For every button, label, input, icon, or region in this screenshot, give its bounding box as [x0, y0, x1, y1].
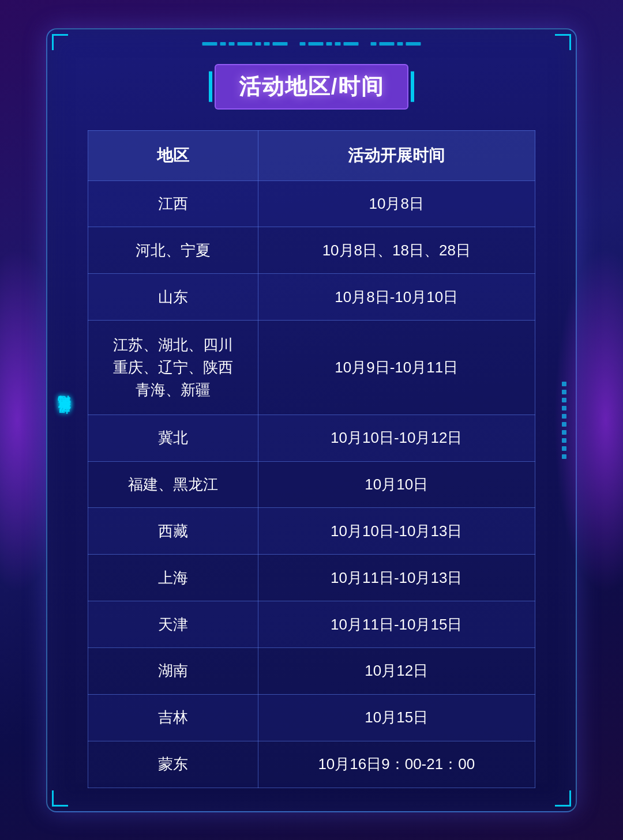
cell-region: 吉林: [88, 694, 258, 741]
title-box: 活动地区/时间: [215, 64, 409, 110]
cell-region: 冀北: [88, 415, 258, 461]
cell-region: 福建、黑龙江: [88, 461, 258, 508]
cell-region: 西藏: [88, 508, 258, 555]
table-row: 福建、黑龙江10月10日: [88, 461, 535, 508]
cell-time: 10月8日: [258, 180, 535, 227]
cell-region: 天津: [88, 601, 258, 648]
corner-decoration-tl: [52, 34, 68, 50]
table-row: 上海10月11日-10月13日: [88, 555, 535, 601]
cell-region: 河北、宁夏: [88, 227, 258, 274]
table-row: 湖南10月12日: [88, 647, 535, 694]
cell-region: 山东: [88, 274, 258, 321]
cell-time: 10月8日、18日、28日: [258, 227, 535, 274]
cell-time: 10月8日-10月10日: [258, 274, 535, 321]
corner-decoration-bl: [52, 790, 68, 807]
cell-time: 10月11日-10月15日: [258, 601, 535, 648]
cell-region: 江西: [88, 180, 258, 227]
col-header-time: 活动开展时间: [258, 130, 535, 180]
table-row: 江西10月8日: [88, 180, 535, 227]
cell-region: 蒙东: [88, 741, 258, 788]
cell-time: 10月10日-10月13日: [258, 508, 535, 555]
table-row: 蒙东10月16日9：00-21：00: [88, 741, 535, 788]
corner-decoration-br: [555, 790, 571, 807]
left-sidebar-label: 超级充电日: [55, 416, 73, 424]
right-decoration: [562, 382, 566, 459]
page-title: 活动地区/时间: [239, 74, 385, 99]
cell-time: 10月16日9：00-21：00: [258, 741, 535, 788]
cell-time: 10月10日: [258, 461, 535, 508]
cell-region: 江苏、湖北、四川 重庆、辽宁、陕西 青海、新疆: [88, 320, 258, 415]
title-section: 活动地区/时间: [215, 64, 409, 110]
table-row: 山东10月8日-10月10日: [88, 274, 535, 321]
table-header-row: 地区 活动开展时间: [88, 130, 535, 180]
cell-time: 10月10日-10月12日: [258, 415, 535, 461]
cell-time: 10月12日: [258, 647, 535, 694]
table-row: 天津10月11日-10月15日: [88, 601, 535, 648]
schedule-table: 地区 活动开展时间 江西10月8日河北、宁夏10月8日、18日、28日山东10月…: [88, 130, 535, 788]
main-panel: 超级充电日 活动地区/时间 地区 活动开展时间 江西10月8日河北、宁夏10月8…: [46, 28, 577, 812]
top-decoration: [202, 42, 421, 46]
table-row: 吉林10月15日: [88, 694, 535, 741]
cell-region: 上海: [88, 555, 258, 601]
table-row: 西藏10月10日-10月13日: [88, 508, 535, 555]
cell-time: 10月15日: [258, 694, 535, 741]
table-row: 江苏、湖北、四川 重庆、辽宁、陕西 青海、新疆10月9日-10月11日: [88, 320, 535, 415]
table-row: 河北、宁夏10月8日、18日、28日: [88, 227, 535, 274]
table-row: 冀北10月10日-10月12日: [88, 415, 535, 461]
cell-time: 10月11日-10月13日: [258, 555, 535, 601]
corner-decoration-tr: [555, 34, 571, 50]
col-header-region: 地区: [88, 130, 258, 180]
cell-time: 10月9日-10月11日: [258, 320, 535, 415]
cell-region: 湖南: [88, 647, 258, 694]
